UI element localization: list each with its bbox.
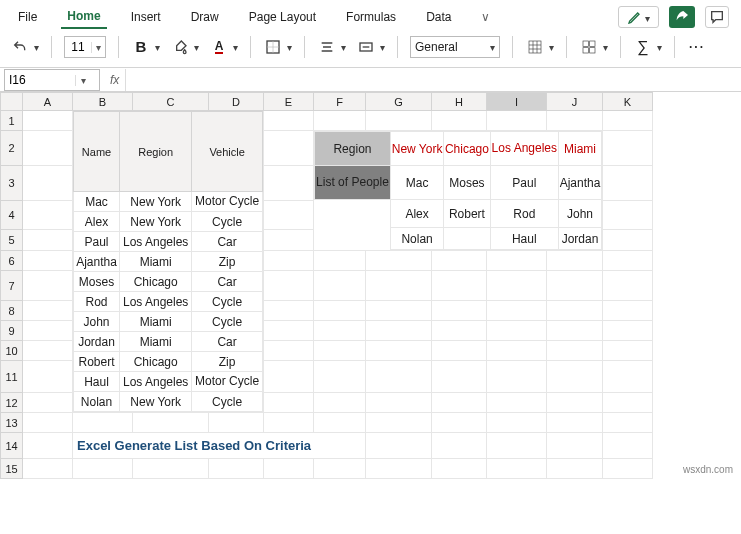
- conditional-formatting-button[interactable]: [525, 36, 545, 58]
- row-header[interactable]: 4: [1, 201, 23, 230]
- font-size-field[interactable]: [65, 39, 91, 55]
- fill-color-button[interactable]: [170, 36, 190, 58]
- cell[interactable]: Haul: [490, 228, 558, 250]
- cell[interactable]: Moses: [74, 272, 120, 292]
- column-header[interactable]: F: [314, 93, 366, 111]
- row-header[interactable]: 6: [1, 251, 23, 271]
- column-header[interactable]: J: [547, 93, 603, 111]
- cell[interactable]: Alex: [74, 212, 120, 232]
- ribbon-more-icon[interactable]: ∨: [475, 6, 495, 28]
- cell[interactable]: Rod: [74, 292, 120, 312]
- align-dropdown-icon[interactable]: ▾: [341, 42, 346, 53]
- row-header[interactable]: 9: [1, 321, 23, 341]
- column-header[interactable]: D: [209, 93, 264, 111]
- column-header[interactable]: K: [603, 93, 653, 111]
- share-button[interactable]: [669, 6, 695, 28]
- column-header[interactable]: H: [432, 93, 487, 111]
- cell[interactable]: Rod: [490, 200, 558, 228]
- cell[interactable]: New York: [120, 392, 192, 412]
- row-header[interactable]: 10: [1, 341, 23, 361]
- cell[interactable]: Car: [192, 332, 263, 352]
- grid[interactable]: A B C D E F G H I J K 1 Name Region Vehi…: [0, 92, 653, 479]
- cell[interactable]: Mac: [74, 192, 120, 212]
- autosum-button[interactable]: ∑: [633, 36, 653, 58]
- cell[interactable]: Motor Cycle: [192, 192, 263, 212]
- cell[interactable]: Paul: [490, 166, 558, 200]
- font-color-dropdown-icon[interactable]: ▾: [233, 42, 238, 53]
- tab-file[interactable]: File: [12, 6, 43, 28]
- cell[interactable]: John: [559, 200, 602, 228]
- undo-button[interactable]: [10, 36, 30, 58]
- row-header[interactable]: 12: [1, 393, 23, 413]
- cell[interactable]: Haul: [74, 372, 120, 392]
- cell[interactable]: Jordan: [559, 228, 602, 250]
- cell[interactable]: Nolan: [74, 392, 120, 412]
- cell[interactable]: Cycle: [192, 392, 263, 412]
- name-box[interactable]: ▾: [4, 69, 100, 91]
- autosum-dropdown-icon[interactable]: ▾: [657, 42, 662, 53]
- cell[interactable]: Car: [192, 232, 263, 252]
- align-center-button[interactable]: [317, 36, 337, 58]
- cell[interactable]: Cycle: [192, 292, 263, 312]
- row-header[interactable]: 13: [1, 413, 23, 433]
- cell[interactable]: Cycle: [192, 212, 263, 232]
- row-header[interactable]: 1: [1, 111, 23, 131]
- worksheet[interactable]: A B C D E F G H I J K 1 Name Region Vehi…: [0, 92, 741, 479]
- comments-button[interactable]: [705, 6, 729, 28]
- tab-draw[interactable]: Draw: [185, 6, 225, 28]
- bold-button[interactable]: B: [131, 36, 151, 58]
- undo-dropdown-icon[interactable]: ▾: [34, 42, 39, 53]
- formula-input[interactable]: [125, 69, 741, 91]
- merge-dropdown-icon[interactable]: ▾: [380, 42, 385, 53]
- name-box-input[interactable]: [5, 73, 75, 87]
- row-header[interactable]: 8: [1, 301, 23, 321]
- row-header[interactable]: 5: [1, 230, 23, 251]
- column-header[interactable]: A: [23, 93, 73, 111]
- font-size-dropdown-icon[interactable]: ▾: [91, 42, 105, 53]
- merge-button[interactable]: [356, 36, 376, 58]
- cell[interactable]: [444, 228, 490, 250]
- fill-color-dropdown-icon[interactable]: ▾: [194, 42, 199, 53]
- cell[interactable]: Robert: [444, 200, 490, 228]
- cell[interactable]: Robert: [74, 352, 120, 372]
- row-header[interactable]: 14: [1, 433, 23, 459]
- tab-page-layout[interactable]: Page Layout: [243, 6, 322, 28]
- cell[interactable]: Mac: [390, 166, 443, 200]
- cell[interactable]: Car: [192, 272, 263, 292]
- cell[interactable]: Nolan: [390, 228, 443, 250]
- cell[interactable]: Chicago: [120, 352, 192, 372]
- column-header[interactable]: C: [133, 93, 209, 111]
- font-more-dropdown-icon[interactable]: ▾: [155, 42, 160, 53]
- font-color-button[interactable]: A: [209, 36, 229, 58]
- number-format-select[interactable]: General ▾: [410, 36, 500, 58]
- borders-dropdown-icon[interactable]: ▾: [287, 42, 292, 53]
- column-header[interactable]: B: [73, 93, 133, 111]
- cell[interactable]: New York: [120, 192, 192, 212]
- tab-insert[interactable]: Insert: [125, 6, 167, 28]
- borders-button[interactable]: [263, 36, 283, 58]
- cell[interactable]: Los Angeles: [120, 372, 192, 392]
- cells-dropdown-icon[interactable]: ▾: [603, 42, 608, 53]
- cell[interactable]: Jordan: [74, 332, 120, 352]
- cell[interactable]: Miami: [120, 332, 192, 352]
- cf-dropdown-icon[interactable]: ▾: [549, 42, 554, 53]
- cell[interactable]: Zip: [192, 252, 263, 272]
- fx-icon[interactable]: fx: [104, 73, 125, 87]
- cell[interactable]: New York: [120, 212, 192, 232]
- toolbar-overflow-button[interactable]: ···: [687, 36, 707, 58]
- row-header[interactable]: 15: [1, 459, 23, 479]
- cell[interactable]: Cycle: [192, 312, 263, 332]
- row-header[interactable]: 2: [1, 131, 23, 166]
- tab-formulas[interactable]: Formulas: [340, 6, 402, 28]
- cell[interactable]: Motor Cycle: [192, 372, 263, 392]
- cell[interactable]: Miami: [120, 312, 192, 332]
- name-box-dropdown-icon[interactable]: ▾: [75, 75, 91, 86]
- cell[interactable]: Alex: [390, 200, 443, 228]
- editing-mode-button[interactable]: ▾: [618, 6, 659, 28]
- cell[interactable]: Los Angeles: [120, 232, 192, 252]
- cell[interactable]: Ajantha: [74, 252, 120, 272]
- row-header[interactable]: 11: [1, 361, 23, 393]
- cell[interactable]: Moses: [444, 166, 490, 200]
- cells-button[interactable]: [579, 36, 599, 58]
- cell[interactable]: Zip: [192, 352, 263, 372]
